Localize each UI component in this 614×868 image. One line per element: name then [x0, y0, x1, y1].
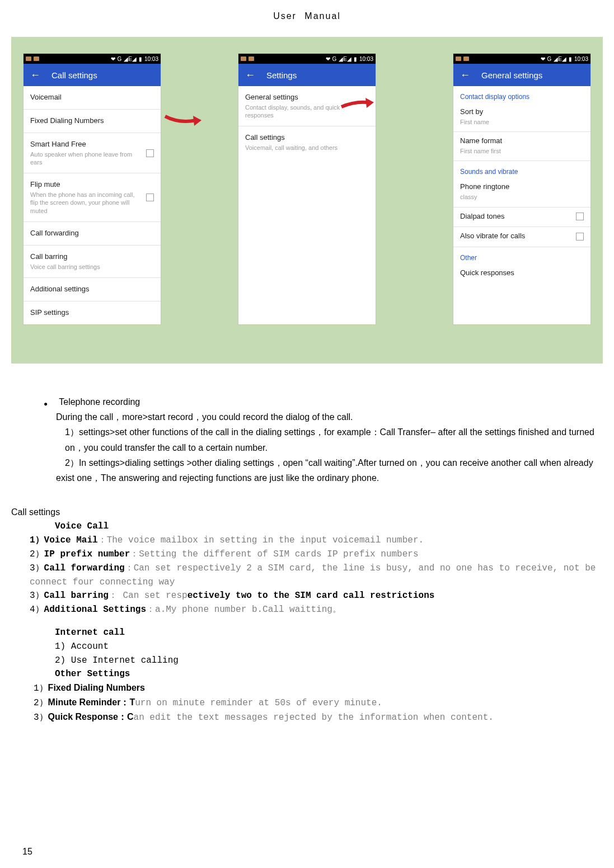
settings-row[interactable]: Fixed Dialing Numbers [24, 110, 161, 133]
settings-row[interactable]: Call forwarding [24, 222, 161, 246]
toolbar: ← General settings [453, 64, 590, 86]
row-title: Smart Hand Free [30, 140, 142, 149]
row-title: Call barring [30, 252, 154, 262]
status-bar: ❤G◢E◢▮ 10:03 [453, 54, 590, 64]
checkbox-icon[interactable] [146, 194, 154, 201]
bullet-icon: ● [44, 398, 48, 409]
heading-other-settings: Other Settings [55, 669, 130, 679]
status-bar: ❤G◢E◢▮ 10:03 [238, 54, 376, 64]
row-subtitle: Auto speaker when phone leave from ears [30, 150, 142, 167]
status-time: 10:03 [144, 56, 158, 62]
page-header: User Manual [11, 11, 603, 21]
settings-row[interactable]: Flip muteWhen the phone has an incoming … [24, 173, 161, 222]
row-title: Flip mute [30, 180, 142, 190]
settings-row[interactable]: Name formatFirst name first [453, 132, 590, 161]
list-item: 2）Minute Reminder：Turn on minute reminde… [34, 696, 603, 710]
battery-icon: ▮ [139, 56, 142, 62]
heading-voice-call: Voice Call [55, 521, 109, 531]
row-title: Phone ringtone [460, 182, 584, 192]
list-item: 3）Call forwarding：Can set respectively 2… [30, 562, 603, 589]
body-text: ● Telephone recording During the call，mo… [11, 394, 603, 725]
checkbox-icon[interactable] [146, 149, 154, 157]
back-icon[interactable]: ← [460, 69, 470, 81]
row-title: Voicemail [30, 93, 154, 102]
row-subtitle: Voicemail, call waiting, and others [245, 144, 369, 152]
settings-row[interactable]: Smart Hand FreeAuto speaker when phone l… [24, 133, 161, 173]
row-title: Additional settings [30, 285, 154, 294]
row-title: Quick responses [460, 268, 584, 278]
settings-row[interactable]: Quick responses [453, 264, 590, 284]
section-header: Contact display options [453, 86, 590, 103]
settings-row[interactable]: Also vibrate for calls [453, 227, 590, 247]
row-title: Fixed Dialing Numbers [30, 116, 154, 126]
toolbar: ← Call settings [24, 64, 161, 86]
settings-row[interactable]: General settingsContact display, sounds,… [238, 86, 376, 126]
row-subtitle: Voice call barring settings [30, 263, 154, 271]
list-item: 1）Fixed Dialing Numbers [34, 681, 603, 696]
list-item: 2) Use Internet calling [55, 654, 603, 668]
row-subtitle: First name first [460, 147, 584, 155]
row-title: Sort by [460, 107, 584, 117]
phone-general-settings: ❤G◢E◢▮ 10:03 ← General settings Contact … [453, 54, 590, 324]
list-item: 2）IP prefix number：Setting the different… [30, 548, 603, 562]
list-item: 3）Call barring： Can set respectively two… [30, 589, 603, 603]
row-subtitle: When the phone has an incoming call, fli… [30, 191, 142, 215]
back-icon[interactable]: ← [30, 69, 40, 81]
row-title: General settings [245, 93, 369, 102]
row-title: SIP settings [30, 308, 154, 318]
row-title: Dialpad tones [460, 212, 571, 221]
row-title: Call forwarding [30, 229, 154, 238]
phone-call-settings: ❤ G ◢E◢ ▮ 10:03 ← Call settings Voicemai… [24, 54, 161, 324]
bullet-title: Telephone recording [59, 394, 140, 409]
settings-row[interactable]: Dialpad tones [453, 207, 590, 228]
settings-row[interactable]: Sort byFirst name [453, 103, 590, 132]
checkbox-icon[interactable] [576, 213, 584, 220]
toolbar-title: General settings [481, 70, 542, 80]
back-icon[interactable]: ← [245, 69, 255, 81]
settings-row[interactable]: Call barringVoice call barring settings [24, 246, 161, 278]
settings-row[interactable]: Phone ringtoneclassy [453, 178, 590, 207]
toolbar-title: Call settings [51, 70, 97, 80]
row-subtitle: First name [460, 118, 584, 126]
signal-icon: ❤ [111, 56, 115, 62]
phone-settings: ❤G◢E◢▮ 10:03 ← Settings General settings… [238, 54, 376, 324]
settings-row[interactable]: Additional settings [24, 278, 161, 301]
settings-row[interactable]: SIP settings [24, 301, 161, 324]
status-bar: ❤ G ◢E◢ ▮ 10:03 [24, 54, 161, 64]
row-title: Name format [460, 136, 584, 146]
section-header: Sounds and vibrate [453, 161, 590, 178]
status-g: G [118, 56, 122, 62]
screenshots-figure: ❤ G ◢E◢ ▮ 10:03 ← Call settings Voicemai… [11, 37, 603, 364]
paragraph: 1）settings>set other functions of the ca… [65, 424, 603, 455]
settings-row[interactable]: Call settingsVoicemail, call waiting, an… [238, 126, 376, 158]
list-item: 4）Additional Settings：a.My phone number … [30, 603, 603, 617]
page-number: 15 [22, 847, 32, 857]
settings-row[interactable]: Voicemail [24, 86, 161, 110]
checkbox-icon[interactable] [576, 233, 584, 240]
paragraph: 2）In settings>dialing settings >other di… [56, 455, 603, 485]
toolbar: ← Settings [238, 64, 376, 86]
list-item: 1）Voice Mail：The voice mailbox in settin… [30, 534, 603, 548]
list-item: 3）Quick Response：Can edit the text messa… [34, 710, 603, 725]
heading-call-settings: Call settings [11, 504, 603, 520]
toolbar-title: Settings [266, 70, 297, 80]
paragraph: During the call，more>start record，you co… [56, 409, 603, 424]
section-header: Other [453, 247, 590, 264]
row-subtitle: classy [460, 193, 584, 201]
row-subtitle: Contact display, sounds, and quick respo… [245, 103, 369, 120]
heading-internet-call: Internet call [55, 628, 125, 638]
row-title: Also vibrate for calls [460, 232, 571, 241]
row-title: Call settings [245, 133, 369, 143]
list-item: 1) Account [55, 640, 603, 654]
